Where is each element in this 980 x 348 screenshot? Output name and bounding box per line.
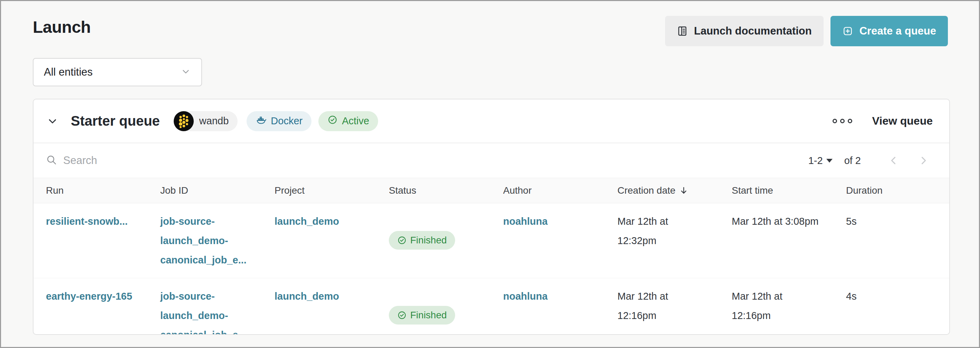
job-id-link[interactable]: job-source- launch_demo- canonical_job_e… (160, 211, 275, 270)
caret-down-icon (826, 159, 832, 163)
dot-icon (840, 119, 845, 123)
sort-descending-icon (679, 186, 689, 195)
previous-page-button[interactable] (886, 153, 902, 168)
docker-icon (256, 114, 267, 128)
creation-date-cell: Mar 12th at 12:32pm (617, 211, 732, 250)
pagination: 1-2 of 2 (808, 153, 931, 168)
page-range-dropdown[interactable]: 1-2 (808, 155, 832, 167)
entity-filter-value: All entities (44, 66, 92, 78)
entity-filter-dropdown[interactable]: All entities (33, 58, 202, 86)
table-row: resilient-snowb... job-source- launch_de… (33, 203, 949, 278)
page-total: of 2 (844, 155, 861, 167)
column-header-status[interactable]: Status (389, 185, 503, 196)
status-cell: Finished (389, 211, 503, 251)
column-header-run[interactable]: Run (46, 185, 160, 196)
entity-pill[interactable]: wandb (174, 111, 237, 131)
status-badge-active: Active (318, 111, 378, 131)
creation-date-cell: Mar 12th at 12:16pm (617, 286, 732, 325)
author-link[interactable]: noahluna (503, 211, 617, 231)
chevron-down-icon (46, 114, 59, 128)
dot-icon (848, 119, 852, 123)
column-header-project[interactable]: Project (275, 185, 389, 196)
launch-documentation-button[interactable]: Launch documentation (665, 16, 824, 46)
table-toolbar: 1-2 of 2 (33, 143, 949, 178)
entity-name: wandb (199, 115, 229, 127)
launch-page: Launch Launch documentation (0, 0, 980, 348)
check-circle-icon (327, 114, 338, 127)
job-id-link[interactable]: job-source- launch_demo- canonical_job_e… (160, 286, 275, 335)
collapse-queue-button[interactable] (46, 114, 59, 128)
search-icon (46, 154, 57, 167)
column-header-author[interactable]: Author (503, 185, 617, 196)
page-title: Launch (33, 17, 91, 37)
queue-name: Starter queue (71, 113, 160, 129)
check-circle-icon (397, 235, 407, 245)
plus-square-icon (842, 25, 853, 37)
chevron-right-icon (918, 155, 929, 167)
header-actions: Launch documentation Create a queue (665, 16, 948, 46)
overflow-menu-button[interactable] (829, 115, 856, 127)
dot-icon (832, 119, 837, 123)
table-row: earthy-energy-165 job-source- launch_dem… (33, 278, 949, 335)
chevron-down-icon (181, 66, 191, 78)
page-range-value: 1-2 (808, 155, 823, 167)
search-input[interactable] (63, 154, 270, 167)
column-header-job-id[interactable]: Job ID (160, 185, 275, 196)
run-link[interactable]: earthy-energy-165 (46, 286, 160, 306)
run-link[interactable]: resilient-snowb... (46, 211, 160, 231)
column-header-start-time[interactable]: Start time (732, 185, 846, 196)
status-badge-finished: Finished (389, 231, 455, 249)
column-header-duration[interactable]: Duration (846, 185, 937, 196)
queue-status-label: Active (342, 115, 369, 127)
status-badge-finished: Finished (389, 306, 455, 324)
project-link[interactable]: launch_demo (275, 286, 389, 306)
chevron-left-icon (888, 155, 900, 167)
column-header-creation-date[interactable]: Creation date (617, 185, 732, 196)
table-header-row: Run Job ID Project Status Author Creatio… (33, 178, 949, 203)
launch-documentation-label: Launch documentation (694, 25, 812, 37)
create-queue-label: Create a queue (859, 25, 936, 37)
duration-cell: 5s (846, 211, 937, 231)
documentation-icon (677, 25, 688, 37)
next-page-button[interactable] (915, 153, 931, 168)
project-link[interactable]: launch_demo (275, 211, 389, 231)
search-box (46, 154, 808, 167)
resource-badge-label: Docker (271, 115, 302, 127)
start-time-cell: Mar 12th at 12:16pm (732, 286, 846, 325)
status-cell: Finished (389, 286, 503, 326)
check-circle-icon (397, 310, 407, 320)
start-time-cell: Mar 12th at 3:08pm (732, 211, 846, 231)
create-queue-button[interactable]: Create a queue (830, 16, 948, 46)
wandb-logo-icon (174, 111, 194, 131)
duration-cell: 4s (846, 286, 937, 306)
queue-header: Starter queue wandb (33, 99, 949, 143)
resource-badge-docker: Docker (247, 111, 312, 131)
author-link[interactable]: noahluna (503, 286, 617, 306)
view-queue-button[interactable]: View queue (872, 114, 933, 127)
queue-card: Starter queue wandb (33, 99, 950, 335)
